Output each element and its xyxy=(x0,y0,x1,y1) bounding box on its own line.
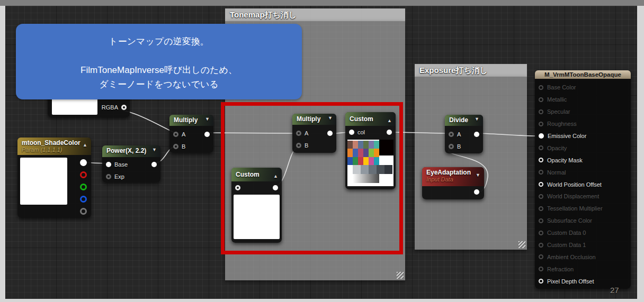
node-subtitle: Param (1,1,1,1) xyxy=(22,147,87,153)
input-pin[interactable] xyxy=(539,133,544,139)
annotation-callout: トーンマップの逆変換。 FilmToneMapInverse呼び出しのため、 ダ… xyxy=(16,24,302,99)
material-pin-row[interactable]: Metallic xyxy=(535,94,631,106)
input-pin[interactable] xyxy=(539,109,543,114)
output-pin-b[interactable] xyxy=(80,196,87,203)
pin-label: A xyxy=(457,131,461,138)
node-title: EyeAdaptation xyxy=(426,169,480,176)
pin-label: A xyxy=(182,131,185,138)
material-pin-row[interactable]: Specular xyxy=(535,106,631,118)
output-pin-rgba[interactable] xyxy=(80,159,87,166)
page-number: 27 xyxy=(610,286,626,295)
node-multiply-1[interactable]: Multiply ▼ A B xyxy=(169,115,213,153)
input-pin[interactable] xyxy=(539,145,543,150)
output-pin-a[interactable] xyxy=(80,208,87,215)
node-divide[interactable]: Divide ▼ A B xyxy=(445,115,483,153)
slide-top-bar xyxy=(0,0,644,6)
node-title: Divide xyxy=(449,116,468,124)
material-pin-row[interactable]: Custom Data 0 xyxy=(535,227,631,239)
pin-label: Tessellation Multiplier xyxy=(547,205,603,212)
output-pin[interactable] xyxy=(151,162,157,167)
node-title: Power(X, 2.2) xyxy=(106,147,146,154)
material-pin-row[interactable]: Opacity xyxy=(535,142,631,154)
dropdown-icon[interactable]: ▼ xyxy=(205,116,210,122)
pin-label: Base Color xyxy=(547,84,576,90)
pin-label: Pixel Depth Offset xyxy=(547,278,594,285)
input-pin-base[interactable] xyxy=(106,162,111,167)
input-pin[interactable] xyxy=(539,218,543,223)
material-pin-row[interactable]: Roughness xyxy=(535,118,631,130)
input-pin[interactable] xyxy=(539,194,543,199)
node-subtitle: Input Data xyxy=(426,176,480,182)
material-pin-row[interactable]: Refraction xyxy=(535,263,631,275)
material-pin-row[interactable]: World Displacement xyxy=(535,190,631,203)
input-pin[interactable] xyxy=(539,206,543,211)
comment-body-exposure[interactable] xyxy=(415,77,527,250)
input-pin[interactable] xyxy=(539,231,543,235)
node-title: M_VrmMToonBaseOpaque xyxy=(535,70,631,79)
input-pin[interactable] xyxy=(539,122,543,126)
pin-label: Base xyxy=(114,161,128,168)
material-pin-row[interactable]: Emissive Color xyxy=(535,130,631,142)
pin-label: Opacity xyxy=(547,145,567,151)
pin-label: Specular xyxy=(547,108,570,115)
input-pin[interactable] xyxy=(539,97,543,102)
resize-grip-icon[interactable] xyxy=(518,241,525,248)
input-pin[interactable] xyxy=(539,254,543,259)
output-pin[interactable] xyxy=(474,132,479,137)
pin-label: Custom Data 0 xyxy=(547,230,586,236)
input-pin-b[interactable] xyxy=(449,144,454,149)
input-pin[interactable] xyxy=(539,279,543,283)
input-pin-b[interactable] xyxy=(173,144,178,149)
input-pin[interactable] xyxy=(539,158,543,162)
pin-label: World Displacement xyxy=(547,193,599,199)
material-pin-row[interactable]: Opacity Mask xyxy=(535,154,631,166)
pin-label: Emissive Color xyxy=(548,133,586,139)
material-pin-row[interactable]: Custom Data 1 xyxy=(535,239,631,251)
pin-label: Metallic xyxy=(547,96,567,103)
material-pin-row[interactable]: Normal xyxy=(535,166,631,178)
material-pin-row[interactable]: Tessellation Multiplier xyxy=(535,203,631,215)
pin-label: B xyxy=(457,143,461,150)
comment-title-exposure[interactable]: Exposure打ち消し xyxy=(415,64,527,77)
output-pin[interactable] xyxy=(204,132,210,137)
material-pin-row[interactable]: World Position Offset xyxy=(535,178,631,190)
pin-label: Subsurface Color xyxy=(547,217,592,224)
node-mtoon-shadecolor[interactable]: mtoon_ShadeColor Param (1,1,1,1) ▲ xyxy=(17,138,91,218)
pin-label: Opacity Mask xyxy=(547,157,583,163)
dropdown-icon[interactable]: ▼ xyxy=(476,172,480,178)
material-pin-list: Base ColorMetallicSpecularRoughnessEmiss… xyxy=(535,79,631,287)
input-pin-exp[interactable] xyxy=(106,174,111,179)
material-pin-row[interactable]: Ambient Occlusion xyxy=(535,251,631,263)
dropdown-icon[interactable]: ▼ xyxy=(475,116,479,122)
pin-label: World Position Offset xyxy=(547,181,602,188)
output-pin[interactable] xyxy=(121,105,127,110)
input-pin[interactable] xyxy=(539,170,543,175)
material-pin-row[interactable]: Subsurface Color xyxy=(535,215,631,227)
input-pin-a[interactable] xyxy=(449,132,454,137)
comment-title-tonemap[interactable]: Tonemap打ち消し xyxy=(225,8,405,21)
node-power[interactable]: Power(X, 2.2) ▼ Base Exp xyxy=(102,145,160,182)
callout-line-2: FilmToneMapInverse呼び出しのため、 xyxy=(16,63,302,77)
output-pin-g[interactable] xyxy=(80,184,87,190)
input-pin-a[interactable] xyxy=(173,132,178,137)
resize-grip-icon[interactable] xyxy=(397,272,404,279)
callout-spacer xyxy=(16,49,302,63)
output-pin-r[interactable] xyxy=(80,171,87,178)
highlight-rectangle xyxy=(221,102,403,254)
callout-line-3: ダミーノードをつないでいる xyxy=(16,77,302,91)
comment-box-exposure[interactable]: Exposure打ち消し xyxy=(415,64,527,250)
pin-label: Ambient Occlusion xyxy=(547,254,596,260)
material-pin-row[interactable]: Base Color xyxy=(535,81,631,94)
color-preview xyxy=(20,158,67,205)
node-material-output[interactable]: M_VrmMToonBaseOpaque Base ColorMetallicS… xyxy=(535,70,631,289)
input-pin[interactable] xyxy=(539,243,543,248)
input-pin[interactable] xyxy=(539,182,543,187)
input-pin[interactable] xyxy=(539,267,543,271)
dropdown-icon[interactable]: ▼ xyxy=(152,147,157,152)
input-pin[interactable] xyxy=(539,85,543,90)
output-pin[interactable] xyxy=(474,189,479,195)
node-title: mtoon_ShadeColor xyxy=(22,139,87,147)
pin-label-rgba: RGBA xyxy=(102,104,118,111)
node-eyeadaptation[interactable]: EyeAdaptation Input Data ▼ xyxy=(422,167,484,199)
collapse-up-icon[interactable]: ▲ xyxy=(83,142,87,148)
